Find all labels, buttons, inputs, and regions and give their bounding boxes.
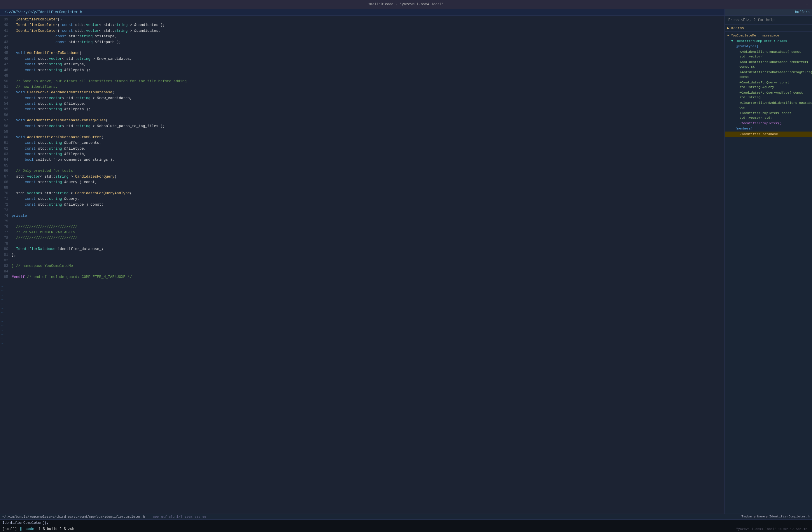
shell-icon: ▌ [20, 527, 23, 531]
line-content: void AddIdentifiersToDatabaseFromTagFile… [12, 118, 722, 124]
tilde-line: ~ [0, 284, 725, 289]
active-tab[interactable]: ~/.v/b/Y/t/y/c/y/IdentifierCompleter.h [2, 10, 82, 14]
line-content: const std::string &filetype, [12, 62, 722, 67]
line-number: 72 [0, 202, 12, 208]
macros-label: macros [731, 26, 744, 30]
tab-bar: ~/.v/b/Y/t/y/c/y/IdentifierCompleter.h [0, 9, 725, 16]
line-number: 48 [0, 68, 12, 73]
line-number: 70 [0, 191, 12, 196]
sidebar-tree-item[interactable]: +CandidatesForQuery( const std::string &… [725, 80, 812, 90]
sidebar-tree-item[interactable]: ▼ YouCompleteMe : namespace [725, 33, 812, 39]
line-number: 52 [0, 90, 12, 95]
code-line-46: 46 const std::vector< std::string > &new… [0, 56, 725, 62]
main-area: ~/.v/b/Y/t/y/c/y/IdentifierCompleter.h 3… [0, 9, 812, 514]
code-line-50: 50 // Same as above, but clears all iden… [0, 79, 725, 84]
sidebar-tree-item[interactable]: [members] [725, 126, 812, 131]
code-line-72: 72 const std::string &filetype ) const; [0, 202, 725, 208]
line-number: 76 [0, 224, 12, 230]
code-line-62: 62 const std::string &filetype, [0, 146, 725, 152]
line-number: 65 [0, 163, 12, 169]
line-content: std::vector< std::string > CandidatesFor… [12, 191, 722, 196]
sidebar-tree-item[interactable]: +IdentifierCompleter( const std::vector<… [725, 111, 812, 121]
code-line-80: 80 IdentifierDatabase identifier_databas… [0, 246, 725, 252]
code-line-54: 54 const std::string &filetype, [0, 101, 725, 107]
line-number: 60 [0, 135, 12, 140]
code-line-76: 76 //////////////////////////// [0, 224, 725, 230]
tagbar-breadcrumb: Tagbar ▶ Name ▶ IdentifierCompleter.h [741, 515, 810, 519]
code-line-52: 52 void ClearForFileAndAddIdentifiersToD… [0, 90, 725, 95]
line-number: 57 [0, 118, 12, 124]
line-content: IdentifierDatabase identifier_database_; [12, 246, 722, 252]
tagbar-sep2: ▶ [766, 515, 768, 519]
tilde-line: ~ [0, 298, 725, 302]
line-content: }; [12, 252, 722, 258]
code-line-41: 41 IdentifierCompleter( const std::vecto… [0, 28, 725, 34]
code-line-69: 69 [0, 185, 725, 191]
line-number: 49 [0, 73, 12, 79]
line-number: 53 [0, 96, 12, 101]
tilde-line: ~ [0, 280, 725, 284]
macros-arrow: ▶ [727, 26, 731, 30]
sidebar-tree-item[interactable]: ▼ IdentifierCompleter : class [725, 39, 812, 44]
line-number: 83 [0, 263, 12, 269]
line-number: 39 [0, 17, 12, 23]
code-line-66: 66 // Only provided for tests! [0, 168, 725, 174]
sidebar-help: Press <F1>, ? for help [725, 16, 812, 25]
add-tab-button[interactable]: + [806, 2, 809, 7]
code-line-71: 71 const std::string &query, [0, 196, 725, 202]
line-number: 63 [0, 152, 12, 157]
line-number: 82 [0, 258, 12, 263]
code-line-43: 43 const std::string &filepath ); [0, 40, 725, 45]
tagbar-sep1: ▶ [754, 515, 756, 519]
code-line-77: 77 // PRIVATE MEMBER VARIABLES [0, 230, 725, 235]
line-number: 69 [0, 185, 12, 191]
title-bar: small:0:code - "yazevnul-osx4.local" + [0, 0, 812, 9]
tilde-line: ~ [0, 337, 725, 341]
code-line-44: 44 [0, 45, 725, 51]
sidebar-tree-item[interactable]: ~IdentifierCompleter() [725, 121, 812, 126]
sidebar-tree-item[interactable]: +ClearForFileAndAddIdentifiersToDatabase… [725, 100, 812, 111]
line-number: 43 [0, 40, 12, 45]
tagbar-file: IdentifierCompleter.h [769, 515, 810, 519]
code-line-61: 61 const std::string &buffer_contents, [0, 140, 725, 146]
sidebar-tree-item[interactable]: +CandidatesForQueryAndType( const std::s… [725, 90, 812, 100]
sidebar-tree-item[interactable]: -identifier_database_ [725, 131, 812, 137]
code-line-47: 47 const std::string &filetype, [0, 62, 725, 67]
sidebar-tree-item[interactable]: +AddIdentifiersToDatabase( const std::ve… [725, 49, 812, 59]
code-line-56: 56 [0, 113, 725, 118]
line-number: 79 [0, 241, 12, 247]
line-content: const std::vector< std::string > &new_ca… [12, 56, 722, 62]
code-line-74: 74private: [0, 213, 725, 219]
shell-line: [small] ▌ code 1-$ build 2 $ zsh "yazevn… [0, 526, 812, 532]
tilde-line: ~ [0, 293, 725, 298]
line-number: 84 [0, 269, 12, 274]
line-content: IdentifierCompleter(); [12, 17, 722, 23]
sidebar-tree-item[interactable]: +AddIdentifiersToDatabaseFromTagFiles( c… [725, 70, 812, 80]
line-number: 47 [0, 62, 12, 67]
tilde-line: ~ [0, 341, 725, 346]
status-encoding: utf-8[unix] [161, 515, 182, 519]
tilde-area: ~~~~~~~~~~~~~~~ [0, 280, 725, 346]
tilde-line: ~ [0, 311, 725, 315]
status-path: ~/.vim/bundle/YouCompleteMe/third_party/… [2, 515, 145, 519]
host-info: "yazevnul-osx4.local" 00:02 17-Apr-15 [734, 527, 810, 531]
sidebar-tree-item[interactable]: [prototypes] [725, 44, 812, 49]
line-content: // PRIVATE MEMBER VARIABLES [12, 230, 722, 235]
line-content: // Only provided for tests! [12, 168, 722, 174]
code-area[interactable]: 39 IdentifierCompleter();40 IdentifierCo… [0, 16, 725, 514]
code-line-81: 81}; [0, 252, 725, 258]
line-number: 71 [0, 196, 12, 202]
sidebar-tree-item[interactable]: +AddIdentifiersToDatabaseFromBuffer( con… [725, 59, 812, 70]
line-content: #endif /* end of include guard: COMPLETE… [12, 274, 722, 280]
line-number: 42 [0, 34, 12, 39]
line-number: 54 [0, 101, 12, 107]
sidebar: buffers Press <F1>, ? for help ▶ macros … [725, 9, 812, 514]
code-line-85: 85#endif /* end of include guard: COMPLE… [0, 274, 725, 280]
line-number: 50 [0, 79, 12, 84]
code-line-45: 45 void AddIdentifiersToDatabase( [0, 51, 725, 56]
line-number: 80 [0, 246, 12, 252]
code-line-57: 57 void AddIdentifiersToDatabaseFromTagF… [0, 118, 725, 124]
line-number: 67 [0, 174, 12, 180]
status-bar: ~/.vim/bundle/YouCompleteMe/third_party/… [0, 514, 812, 519]
cmdline-text: IdentifierCompleter(); [2, 521, 48, 525]
